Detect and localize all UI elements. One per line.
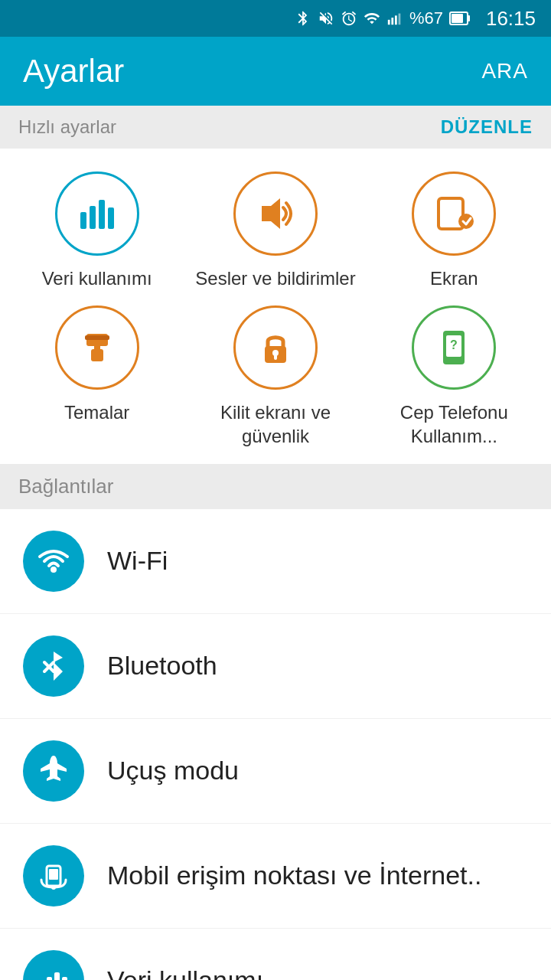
battery-text: %67 <box>409 8 443 28</box>
connections-section-header: Bağlantılar <box>0 464 551 509</box>
svg-rect-26 <box>49 869 58 880</box>
bluetooth-icon-circle <box>23 635 84 697</box>
phone-usage-icon: ? <box>432 326 475 369</box>
svg-rect-7 <box>80 212 86 229</box>
cep-telefonu-icon-circle: ? <box>412 305 496 390</box>
status-time: 16:15 <box>486 7 536 31</box>
quick-item-label: Ekran <box>430 266 478 290</box>
svg-point-13 <box>458 214 474 229</box>
themes-icon <box>76 326 119 369</box>
svg-rect-0 <box>388 20 390 24</box>
svg-rect-17 <box>85 335 109 340</box>
svg-rect-10 <box>108 207 114 229</box>
quick-item-label: Kilit ekranı ve güvenlik <box>186 400 364 448</box>
quick-item-label: Cep Telefonu Kullanım... <box>365 400 543 448</box>
quick-item-temalar[interactable]: Temalar <box>8 305 186 448</box>
quick-item-sesler[interactable]: Sesler ve bildirimler <box>186 172 364 290</box>
quick-item-label: Temalar <box>64 400 129 424</box>
quick-settings-label: Hızlı ayarlar <box>18 116 116 138</box>
svg-rect-1 <box>391 18 393 24</box>
ucus-modu-icon-circle <box>23 740 84 802</box>
bluetooth-label: Bluetooth <box>107 651 217 681</box>
hotspot-icon <box>36 858 71 893</box>
edit-button[interactable]: DÜZENLE <box>441 116 533 138</box>
quick-item-cep-telefonu[interactable]: ? Cep Telefonu Kullanım... <box>365 305 543 448</box>
svg-rect-6 <box>468 15 470 21</box>
page-title: Ayarlar <box>23 53 124 90</box>
wifi-icon-circle <box>23 531 84 592</box>
svg-rect-29 <box>47 977 52 980</box>
svg-rect-16 <box>91 349 103 361</box>
ekran-icon-circle <box>412 172 496 256</box>
wifi-label: Wi-Fi <box>107 546 168 576</box>
ucus-modu-label: Uçuş modu <box>107 756 239 786</box>
mute-status-icon <box>318 10 334 27</box>
quick-item-veri-kullanimi[interactable]: Veri kullanımı <box>8 172 186 290</box>
status-icons: %67 <box>295 8 471 28</box>
app-header: Ayarlar ARA <box>0 37 551 106</box>
quick-item-kilit[interactable]: Kilit ekranı ve güvenlik <box>186 305 364 448</box>
mobil-erisim-item[interactable]: Mobil erişim noktası ve İnternet.. <box>0 824 551 929</box>
svg-rect-9 <box>99 200 105 229</box>
bluetooth-icon <box>36 648 71 684</box>
quick-item-label: Sesler ve bildirimler <box>195 266 355 290</box>
veri-kullanimi-icon-circle <box>23 950 84 980</box>
quick-item-label: Veri kullanımı <box>42 266 152 290</box>
svg-rect-31 <box>62 977 67 980</box>
kilit-icon-circle <box>233 305 318 390</box>
svg-marker-11 <box>262 198 280 229</box>
mobil-erisim-icon-circle <box>23 845 84 906</box>
data-bars-icon <box>36 963 71 980</box>
sesler-icon-circle <box>233 172 318 256</box>
airplane-icon <box>36 753 71 789</box>
svg-rect-8 <box>90 206 96 229</box>
screen-icon <box>432 192 475 235</box>
svg-rect-30 <box>54 972 60 980</box>
wifi-item[interactable]: Wi-Fi <box>0 509 551 614</box>
veri-kullanimi-icon-circle <box>55 172 139 256</box>
svg-rect-20 <box>274 354 277 360</box>
quick-settings-grid: Veri kullanımı Sesler ve bildirimler Ekr… <box>0 149 551 464</box>
bluetooth-status-icon <box>295 10 311 27</box>
veri-kullanimi-item[interactable]: Veri kullanımı <box>0 929 551 980</box>
lock-icon <box>254 326 297 369</box>
wifi-icon <box>36 544 71 579</box>
quick-item-ekran[interactable]: Ekran <box>365 172 543 290</box>
bluetooth-item[interactable]: Bluetooth <box>0 614 551 719</box>
alarm-status-icon <box>341 10 357 27</box>
connections-label: Bağlantılar <box>18 475 113 498</box>
svg-rect-15 <box>94 346 100 349</box>
veri-kullanimi-label: Veri kullanımı <box>107 965 263 980</box>
ucus-modu-item[interactable]: Uçuş modu <box>0 719 551 824</box>
svg-text:?: ? <box>450 338 458 351</box>
svg-rect-5 <box>452 14 463 23</box>
signal-status-icon <box>386 10 403 27</box>
svg-point-24 <box>51 567 57 573</box>
sound-icon <box>254 192 297 235</box>
svg-rect-3 <box>398 14 400 25</box>
data-usage-icon <box>76 192 119 235</box>
search-button[interactable]: ARA <box>481 59 528 83</box>
battery-status-icon <box>449 10 471 27</box>
mobil-erisim-label: Mobil erişim noktası ve İnternet.. <box>107 861 481 890</box>
svg-point-27 <box>51 885 56 890</box>
svg-rect-2 <box>395 15 397 24</box>
temalar-icon-circle <box>55 305 139 390</box>
status-bar: %67 16:15 <box>0 0 551 37</box>
wifi-status-icon <box>364 10 380 27</box>
quick-settings-section-header: Hızlı ayarlar DÜZENLE <box>0 106 551 149</box>
